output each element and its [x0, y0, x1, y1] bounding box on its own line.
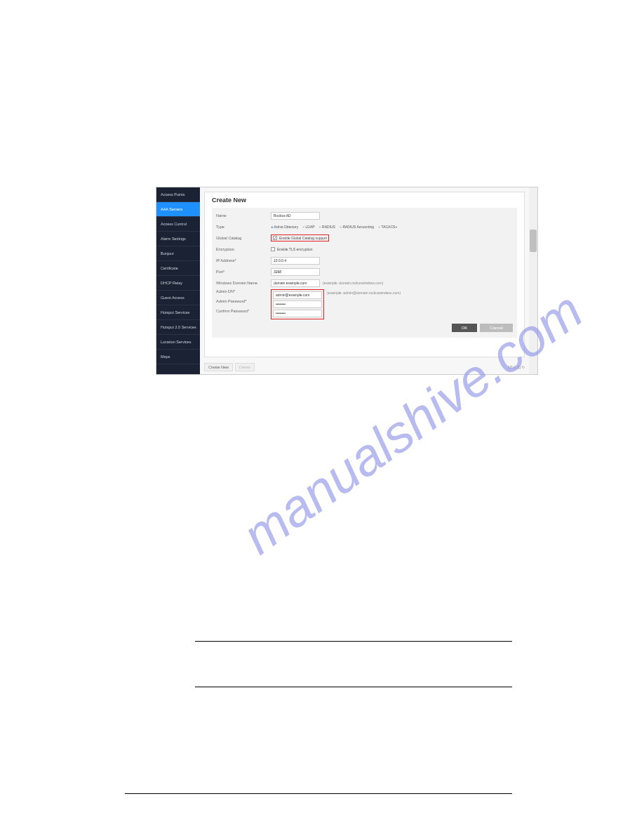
radio-radius[interactable]: RADIUS — [319, 225, 335, 229]
sidebar-item-access-points[interactable]: Access Points — [156, 187, 200, 202]
name-input[interactable]: Ruckus AD — [271, 212, 320, 220]
admin-dn-input[interactable]: admin@example.com — [273, 291, 322, 299]
sidebar-item-dhcp-relay[interactable]: DHCP Relay — [156, 276, 200, 291]
highlight-global-catalog: ✓ Enable Global Catalog support — [271, 234, 329, 241]
label-port: Port* — [216, 270, 271, 274]
admin-password-input[interactable]: •••••••• — [273, 300, 322, 308]
radio-tacacs[interactable]: TACACS+ — [378, 225, 397, 229]
screenshot-container: Access Points AAA Servers Access Control… — [156, 187, 538, 375]
sidebar: Access Points AAA Servers Access Control… — [156, 187, 200, 374]
create-new-panel: Create New Name Ruckus AD Type Active Di… — [204, 192, 525, 357]
label-windows-domain: Windows Domain Name — [216, 281, 271, 285]
sidebar-item-guest-access[interactable]: Guest Access — [156, 291, 200, 305]
label-name: Name — [216, 213, 271, 218]
radio-radius-accounting[interactable]: RADIUS Accounting — [340, 225, 374, 229]
hint-admin-dn: (example: admin@domain.ruckuswireless.co… — [327, 291, 401, 295]
label-global-catalog: Global Catalog — [216, 236, 271, 240]
hint-domain: (example: domain.ruckuswireless.com) — [323, 281, 383, 285]
pagination-info: 1/0-0 (1) ↻ — [508, 365, 525, 369]
radio-active-directory[interactable]: Active Directory — [271, 225, 298, 229]
check-icon: ✓ — [273, 236, 277, 240]
list-toolbar: Create New Delete 1/0-0 (1) ↻ — [204, 363, 525, 371]
scrollbar[interactable] — [529, 187, 537, 374]
sidebar-item-hotspot-services[interactable]: Hotspot Services — [156, 305, 200, 320]
label-admin-dn: Admin DN* — [216, 289, 271, 299]
checkbox-global-catalog[interactable]: ✓ Enable Global Catalog support — [273, 236, 327, 240]
sidebar-item-location-services[interactable]: Location Services — [156, 335, 200, 350]
checkbox-encryption-label: Enable TLS encryption — [277, 247, 313, 251]
ok-button[interactable]: OK — [452, 324, 478, 332]
ip-address-input[interactable]: 10.0.0.4 — [271, 257, 320, 265]
radio-ldap[interactable]: LDAP — [302, 225, 314, 229]
confirm-password-input[interactable]: •••••••• — [273, 310, 322, 317]
delete-button[interactable]: Delete — [235, 363, 255, 371]
sidebar-item-bonjour[interactable]: Bonjour — [156, 246, 200, 261]
app-window: Access Points AAA Servers Access Control… — [156, 187, 538, 375]
sidebar-item-certificate[interactable]: Certificate — [156, 261, 200, 276]
label-ip-address: IP Address* — [216, 258, 271, 263]
label-admin-password: Admin Password* — [216, 299, 271, 309]
create-new-button[interactable]: Create New — [204, 363, 233, 371]
sidebar-item-access-control[interactable]: Access Control — [156, 217, 200, 232]
scrollbar-thumb[interactable] — [530, 230, 537, 252]
main-area: Create New Name Ruckus AD Type Active Di… — [200, 187, 529, 374]
horizontal-rule-3 — [125, 793, 512, 794]
label-encryption: Encryption — [216, 247, 271, 251]
panel-title: Create New — [212, 197, 517, 204]
type-radio-group: Active Directory LDAP RADIUS RADIUS Acco… — [271, 225, 397, 229]
port-input[interactable]: 3268 — [271, 268, 320, 276]
sidebar-item-alarm-settings[interactable]: Alarm Settings — [156, 232, 200, 246]
cancel-button[interactable]: Cancel — [480, 324, 513, 332]
checkbox-encryption[interactable]: Enable TLS encryption — [271, 247, 313, 251]
label-type: Type — [216, 225, 271, 229]
sidebar-item-aaa-servers[interactable]: AAA Servers — [156, 202, 200, 217]
checkbox-global-catalog-label: Enable Global Catalog support — [279, 236, 327, 240]
form-body: Name Ruckus AD Type Active Directory LDA… — [212, 208, 517, 338]
horizontal-rule-2 — [195, 687, 512, 687]
sidebar-item-hotspot-20-services[interactable]: Hotspot 2.0 Services — [156, 320, 200, 335]
sidebar-item-maps[interactable]: Maps — [156, 350, 200, 364]
button-row: OK Cancel — [216, 324, 513, 332]
checkbox-empty-icon — [271, 247, 275, 251]
windows-domain-input[interactable]: domain.example.com — [271, 279, 320, 287]
highlight-admin-credentials: admin@example.com •••••••• •••••••• — [271, 289, 324, 319]
horizontal-rule-1 — [195, 641, 512, 642]
label-confirm-password: Confirm Password* — [216, 309, 271, 319]
